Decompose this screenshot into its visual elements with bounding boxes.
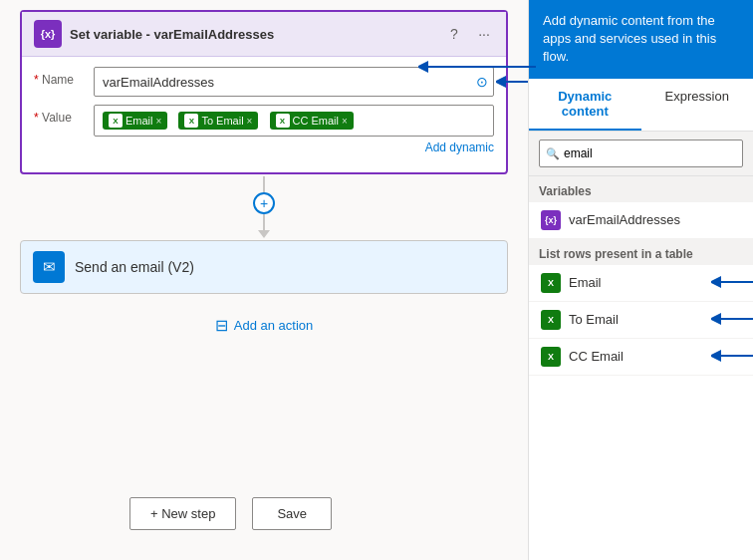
set-variable-card: {x} Set variable - varEmailAddresses ? ·…: [20, 10, 508, 174]
tag-sep-1: ;: [171, 115, 174, 127]
cc-email-tag-close[interactable]: ×: [342, 116, 348, 127]
email-dynamic-item[interactable]: X Email: [529, 265, 753, 302]
tags-container[interactable]: X Email × ; X To Email × ; X: [94, 105, 494, 137]
cc-email-tag-label: CC Email: [293, 115, 339, 127]
email-tag-close[interactable]: ×: [156, 116, 162, 127]
set-variable-icon: {x}: [34, 20, 62, 48]
to-email-tag-label: To Email: [201, 115, 243, 127]
search-icon-wrap: 🔍: [539, 140, 743, 167]
dynamic-panel-body: Variables {x} varEmailAddresses List row…: [529, 176, 753, 560]
card-header: {x} Set variable - varEmailAddresses ? ·…: [22, 12, 506, 57]
value-input-wrap: X Email × ; X To Email × ; X: [94, 105, 494, 154]
cc-email-dynamic-item[interactable]: X CC Email: [529, 339, 753, 376]
arrow-to-to-email: [711, 310, 753, 328]
canvas-area: {x} Set variable - varEmailAddresses ? ·…: [0, 0, 528, 560]
value-field-row: * Value X Email × ; X To Email ×: [34, 105, 494, 154]
send-email-header: ✉ Send an email (V2): [21, 241, 507, 293]
dynamic-search-input[interactable]: [539, 140, 743, 167]
card-header-right: ? ···: [444, 24, 494, 44]
arrow-to-cc-email: [711, 347, 753, 365]
name-input-wrap: ⊙: [94, 67, 494, 97]
list-rows-section-header: List rows present in a table: [529, 239, 753, 265]
dynamic-panel: Add dynamic content from the apps and se…: [528, 0, 753, 560]
send-email-title: Send an email (V2): [75, 259, 194, 275]
value-label: * Value: [34, 105, 94, 125]
name-input[interactable]: [94, 67, 494, 97]
dynamic-panel-tabs: Dynamic content Expression: [529, 79, 753, 132]
var-email-addresses-item[interactable]: {x} varEmailAddresses: [529, 202, 753, 239]
bottom-buttons: + New step Save: [129, 497, 332, 530]
email-tag-label: Email: [126, 115, 153, 127]
connector-arrow: [258, 230, 270, 238]
send-email-icon: ✉: [33, 251, 65, 283]
name-field-row: * Name ⊙: [34, 67, 494, 97]
add-action-icon: ⊟: [215, 316, 228, 335]
arrow-to-email: [711, 273, 753, 291]
to-email-dynamic-label: To Email: [569, 312, 619, 327]
tab-expression[interactable]: Expression: [641, 79, 754, 131]
search-icon: 🔍: [546, 146, 560, 159]
var-email-addresses-label: varEmailAddresses: [569, 212, 680, 227]
to-email-dynamic-icon: X: [541, 310, 561, 330]
card-title: Set variable - varEmailAddresses: [70, 27, 274, 42]
email-dynamic-icon: X: [541, 273, 561, 293]
save-button[interactable]: Save: [252, 497, 332, 530]
tag-sep-2: ;: [262, 115, 265, 127]
email-tag-icon: X: [109, 114, 123, 128]
dynamic-search-wrap: 🔍: [529, 132, 753, 176]
to-email-tag-icon: X: [184, 114, 198, 128]
cc-email-tag[interactable]: X CC Email ×: [270, 112, 354, 130]
input-lightning-icon: ⊙: [476, 74, 488, 90]
email-dynamic-label: Email: [569, 275, 602, 290]
help-button[interactable]: ?: [444, 24, 464, 44]
name-label: * Name: [34, 67, 94, 87]
new-step-button[interactable]: + New step: [129, 497, 236, 530]
add-action-label: Add an action: [234, 318, 314, 333]
add-dynamic-link[interactable]: Add dynamic: [94, 140, 494, 154]
dynamic-panel-header-text: Add dynamic content from the apps and se…: [543, 12, 739, 67]
variables-section-header: Variables: [529, 176, 753, 202]
cc-email-dynamic-label: CC Email: [569, 349, 624, 364]
tab-dynamic-content[interactable]: Dynamic content: [529, 79, 641, 131]
cc-email-tag-icon: X: [276, 114, 290, 128]
dynamic-panel-header: Add dynamic content from the apps and se…: [529, 0, 753, 79]
to-email-tag[interactable]: X To Email ×: [178, 112, 258, 130]
card-header-left: {x} Set variable - varEmailAddresses: [34, 20, 274, 48]
add-action-wrap: ⊟ Add an action: [203, 310, 326, 341]
var-email-addresses-icon: {x}: [541, 210, 561, 230]
connector-1: +: [253, 176, 275, 238]
to-email-tag-close[interactable]: ×: [247, 116, 253, 127]
card-body: * Name ⊙: [22, 57, 506, 172]
add-action-button[interactable]: ⊟ Add an action: [203, 310, 326, 341]
to-email-dynamic-item[interactable]: X To Email: [529, 302, 753, 339]
add-step-button[interactable]: +: [253, 192, 275, 214]
send-email-card[interactable]: ✉ Send an email (V2): [20, 240, 508, 294]
connector-line-2: [263, 214, 265, 230]
more-options-button[interactable]: ···: [474, 24, 494, 44]
email-tag[interactable]: X Email ×: [103, 112, 167, 130]
connector-line-1: [263, 176, 265, 192]
cc-email-dynamic-icon: X: [541, 347, 561, 367]
